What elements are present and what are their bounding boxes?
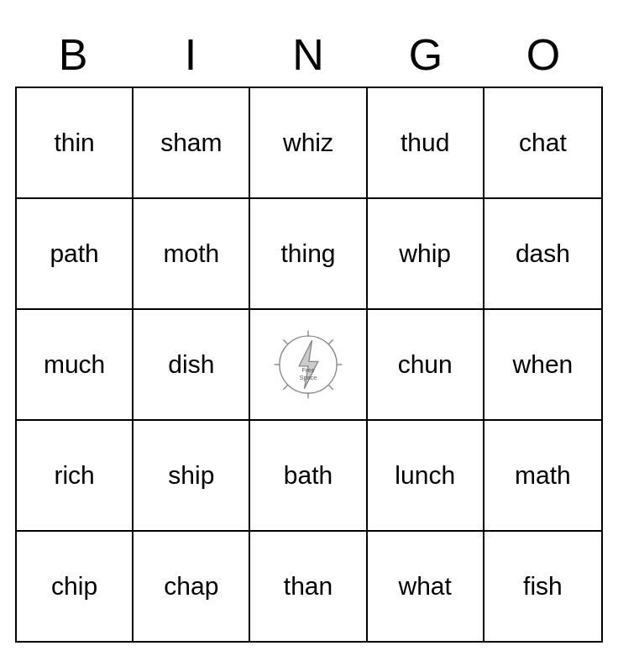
cell-0-4[interactable]: chat — [484, 88, 601, 197]
cell-3-3[interactable]: lunch — [368, 421, 484, 530]
table-row: thin sham whiz thud chat — [17, 88, 601, 199]
bingo-card: B I N G O thin sham whiz thud chat path … — [15, 29, 603, 643]
cell-3-4[interactable]: math — [484, 421, 601, 530]
svg-text:Free: Free — [302, 366, 315, 374]
cell-0-3[interactable]: thud — [368, 88, 484, 197]
cell-3-2[interactable]: bath — [250, 421, 367, 530]
cell-4-0[interactable]: chip — [17, 532, 134, 641]
cell-4-1[interactable]: chap — [134, 532, 250, 641]
cell-3-0[interactable]: rich — [17, 421, 134, 530]
free-space-cell[interactable]: Free Space — [250, 310, 367, 419]
cell-1-0[interactable]: path — [17, 199, 134, 308]
svg-line-6 — [328, 385, 333, 389]
header-b: B — [18, 29, 129, 80]
cell-1-4[interactable]: dash — [484, 199, 601, 308]
header-o: O — [489, 29, 600, 80]
table-row: path moth thing whip dash — [17, 199, 601, 310]
header-g: G — [371, 29, 482, 80]
bingo-header: B I N G O — [15, 29, 603, 80]
table-row: chip chap than what fish — [17, 532, 601, 641]
lightning-bolt-icon: Free Space — [270, 327, 346, 402]
cell-0-1[interactable]: sham — [134, 88, 250, 197]
cell-0-2[interactable]: whiz — [250, 88, 367, 197]
cell-4-2[interactable]: than — [250, 532, 367, 641]
cell-4-3[interactable]: what — [368, 532, 484, 641]
svg-line-7 — [328, 339, 333, 344]
svg-text:Space: Space — [300, 374, 317, 381]
cell-2-3[interactable]: chun — [368, 310, 484, 419]
table-row: much dish Free — [17, 310, 601, 421]
bingo-grid: thin sham whiz thud chat path moth thing… — [15, 87, 603, 643]
cell-2-0[interactable]: much — [17, 310, 134, 419]
cell-1-2[interactable]: thing — [250, 199, 367, 308]
cell-4-4[interactable]: fish — [484, 532, 601, 641]
svg-line-8 — [283, 385, 287, 389]
svg-line-5 — [283, 339, 287, 344]
header-i: I — [136, 29, 247, 80]
header-n: N — [254, 29, 364, 80]
cell-0-0[interactable]: thin — [17, 88, 134, 197]
cell-2-4[interactable]: when — [484, 310, 601, 419]
cell-3-1[interactable]: ship — [134, 421, 250, 530]
cell-1-1[interactable]: moth — [134, 199, 250, 308]
cell-1-3[interactable]: whip — [368, 199, 484, 308]
table-row: rich ship bath lunch math — [17, 421, 601, 532]
cell-2-1[interactable]: dish — [134, 310, 250, 419]
